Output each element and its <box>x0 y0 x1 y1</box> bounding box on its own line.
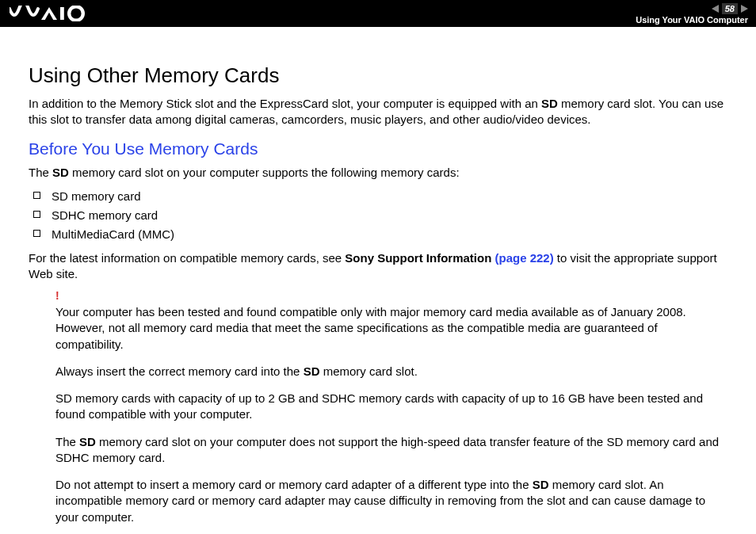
next-page-icon[interactable] <box>741 5 748 13</box>
note-text: The SD memory card slot on your computer… <box>55 434 727 467</box>
section-label: Using Your VAIO Computer <box>636 15 748 25</box>
vaio-logo <box>10 6 86 21</box>
subheading: Before You Use Memory Cards <box>29 139 727 158</box>
note-text: Do not attempt to insert a memory card o… <box>55 477 727 525</box>
header-right: 58 Using Your VAIO Computer <box>636 3 748 25</box>
svg-point-1 <box>69 6 83 21</box>
list-item: SD memory card <box>29 187 727 206</box>
page-number: 58 <box>722 3 738 14</box>
header-bar: 58 Using Your VAIO Computer <box>0 0 756 27</box>
page-content: Using Other Memory Cards In addition to … <box>0 27 756 534</box>
support-sentence: The SD memory card slot on your computer… <box>29 165 727 181</box>
svg-rect-0 <box>60 7 64 20</box>
list-item-label: SDHC memory card <box>52 206 158 225</box>
list-item-label: MultiMediaCard (MMC) <box>52 225 174 244</box>
bullet-icon <box>33 211 40 218</box>
list-item: SDHC memory card <box>29 206 727 225</box>
note-text: Your computer has been tested and found … <box>55 304 727 353</box>
prev-page-icon[interactable] <box>712 5 719 13</box>
list-item: MultiMediaCard (MMC) <box>29 225 727 244</box>
support-link-page[interactable]: (page 222) <box>495 251 554 265</box>
intro-paragraph: In addition to the Memory Stick slot and… <box>29 96 727 128</box>
page-title: Using Other Memory Cards <box>29 63 727 88</box>
list-item-label: SD memory card <box>52 187 141 206</box>
bullet-icon <box>33 192 40 199</box>
note-text: Always insert the correct memory card in… <box>55 364 727 380</box>
latest-info-paragraph: For the latest information on compatible… <box>29 250 727 283</box>
note-text: SD memory cards with capacity of up to 2… <box>55 391 727 423</box>
warning-icon: ! <box>55 288 727 303</box>
memory-card-list: SD memory card SDHC memory card MultiMed… <box>29 187 727 244</box>
pager: 58 <box>712 3 748 14</box>
caution-block: ! Your computer has been tested and foun… <box>29 288 727 534</box>
bullet-icon <box>33 230 40 237</box>
support-link-label[interactable]: Sony Support Information <box>345 251 494 265</box>
